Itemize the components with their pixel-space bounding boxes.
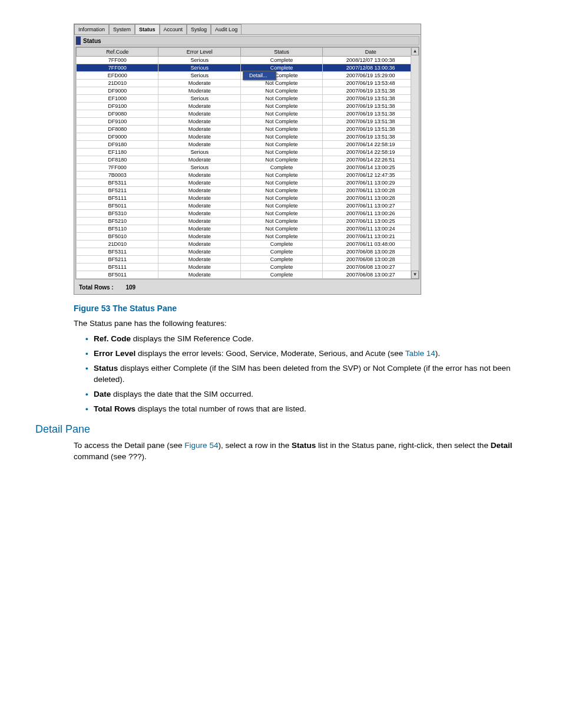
table-row[interactable]: BF5210ModerateNot Complete2007/06/11 13:… [77, 218, 419, 225]
tab-system[interactable]: System [109, 24, 135, 34]
table-cell: EF1000 [77, 95, 158, 103]
table-row[interactable]: BF5111ModerateComplete2007/06/08 13:00:2… [77, 263, 419, 271]
table-cell: Moderate [158, 141, 240, 149]
table-row[interactable]: BF5211ModerateNot Complete2007/06/11 13:… [77, 187, 419, 195]
table-row[interactable]: BF5110ModerateNot Complete2007/06/11 13:… [77, 225, 419, 233]
context-menu[interactable]: Detail... [243, 71, 276, 80]
total-rows-value: 109 [125, 284, 135, 291]
table-row[interactable]: BF5011ModerateNot Complete2007/06/11 13:… [77, 202, 419, 210]
table-cell: 2007/06/11 13:00:26 [323, 210, 419, 218]
table-row[interactable]: 21D010ModerateNot Complete2007/06/19 13:… [77, 80, 419, 87]
table-row[interactable]: 7FF000SeriousComplete2008/12/07 13:00:38 [77, 57, 419, 64]
feature-ref-code: Ref. Code displays the SIM Reference Cod… [85, 334, 515, 345]
table-cell: 7FF000 [77, 64, 158, 72]
total-rows: Total Rows : 109 [74, 281, 421, 294]
table-cell: Not Complete [240, 80, 322, 87]
table-cell: Moderate [158, 118, 240, 126]
table-cell: Moderate [158, 156, 240, 164]
table-cell: BF5111 [77, 263, 158, 271]
table-row[interactable]: BF5111ModerateNot Complete2007/06/11 13:… [77, 195, 419, 202]
status-table-wrap: Ref.CodeError LevelStatusDate 7FF000Seri… [75, 47, 419, 279]
context-menu-detail[interactable]: Detail... [243, 71, 276, 80]
tab-syslog[interactable]: Syslog [187, 24, 211, 34]
table-row[interactable]: DF9080ModerateNot Complete2007/06/19 13:… [77, 110, 419, 118]
pane-header: Status [75, 36, 419, 45]
table-cell: 2007/06/19 13:53:48 [323, 80, 419, 87]
table-cell: DF9100 [77, 118, 158, 126]
scroll-up-icon[interactable]: ▲ [411, 47, 419, 55]
feature-error-level: Error Level displays the error levels: G… [85, 348, 515, 360]
table-cell: Moderate [158, 195, 240, 202]
tab-status[interactable]: Status [135, 24, 160, 34]
table-row[interactable]: DF9100ModerateNot Complete2007/06/19 13:… [77, 103, 419, 110]
table-cell: EF1180 [77, 149, 158, 156]
table-cell: Complete [240, 248, 322, 256]
table-cell: 2007/06/19 13:51:38 [323, 87, 419, 95]
table-row[interactable]: BF5311ModerateComplete2007/06/08 13:00:2… [77, 248, 419, 256]
table-row[interactable]: BF5211ModerateComplete2007/06/08 13:00:2… [77, 256, 419, 263]
table-cell: Complete [240, 57, 322, 64]
table-cell: BF5010 [77, 233, 158, 241]
table-cell: Moderate [158, 172, 240, 179]
table-row[interactable]: BF5310ModerateNot Complete2007/06/11 13:… [77, 210, 419, 218]
column-header[interactable]: Error Level [158, 48, 240, 57]
scroll-down-icon[interactable]: ▼ [411, 271, 419, 279]
tab-account[interactable]: Account [160, 24, 187, 34]
table-cell: 2007/06/19 13:51:38 [323, 95, 419, 103]
table-cell: Moderate [158, 271, 240, 279]
table-cell: BF5011 [77, 271, 158, 279]
column-header[interactable]: Date [323, 48, 419, 57]
table-row[interactable]: DF9000ModerateNot Complete2007/06/19 13:… [77, 133, 419, 141]
table-row[interactable]: BF5311ModerateNot Complete2007/06/11 13:… [77, 179, 419, 187]
table-cell: Not Complete [240, 172, 322, 179]
table-cell: 7FF000 [77, 164, 158, 172]
table-cell: 2008/12/07 13:00:38 [323, 57, 419, 64]
status-pane-screenshot: InformationSystemStatusAccountSyslogAudi… [74, 24, 421, 295]
table-cell: Serious [158, 95, 240, 103]
table-cell: Serious [158, 72, 240, 80]
link-figure-54[interactable]: Figure 54 [184, 441, 218, 450]
link-table-14[interactable]: Table 14 [405, 349, 435, 358]
status-table[interactable]: Ref.CodeError LevelStatusDate 7FF000Seri… [76, 47, 419, 279]
table-cell: Complete [240, 263, 322, 271]
table-cell: 7B0003 [77, 172, 158, 179]
table-row[interactable]: BF5011ModerateComplete2007/06/08 13:00:2… [77, 271, 419, 279]
feature-total-rows: Total Rows displays the total number of … [85, 404, 515, 415]
table-row[interactable]: DF9180ModerateNot Complete2007/06/14 22:… [77, 141, 419, 149]
table-cell: 2007/06/14 22:58:19 [323, 149, 419, 156]
feature-status: Status displays either Complete (if the … [85, 363, 515, 386]
table-row[interactable]: BF5010ModerateNot Complete2007/06/11 13:… [77, 233, 419, 241]
table-cell: 21D010 [77, 241, 158, 248]
table-cell: DF9000 [77, 133, 158, 141]
tab-audit-log[interactable]: Audit Log [211, 24, 242, 34]
table-row[interactable]: EF1000SeriousNot Complete2007/06/19 13:5… [77, 95, 419, 103]
table-cell: Not Complete [240, 195, 322, 202]
table-row[interactable]: DF9100ModerateNot Complete2007/06/19 13:… [77, 118, 419, 126]
table-cell: EFD000 [77, 72, 158, 80]
table-cell: 2007/06/19 13:51:38 [323, 103, 419, 110]
column-header[interactable]: Status [240, 48, 322, 57]
table-cell: Not Complete [240, 141, 322, 149]
column-header[interactable]: Ref.Code [77, 48, 158, 57]
table-cell: Moderate [158, 225, 240, 233]
table-row[interactable]: 21D010ModerateComplete2007/06/11 03:48:0… [77, 241, 419, 248]
table-row[interactable]: 7FF000SeriousComplete2007/06/14 13:00:25 [77, 164, 419, 172]
table-row[interactable]: DF8180ModerateNot Complete2007/06/14 22:… [77, 156, 419, 164]
table-cell: DF9080 [77, 110, 158, 118]
table-cell: 2007/06/11 13:00:29 [323, 179, 419, 187]
table-row[interactable]: DF8080ModerateNot Complete2007/06/19 13:… [77, 126, 419, 133]
table-cell: 2007/06/11 13:00:21 [323, 233, 419, 241]
tab-information[interactable]: Information [74, 24, 109, 34]
table-cell: 2007/06/14 13:00:25 [323, 164, 419, 172]
table-cell: 2007/06/19 13:51:38 [323, 126, 419, 133]
table-cell: Moderate [158, 87, 240, 95]
table-cell: Serious [158, 164, 240, 172]
table-row[interactable]: EF1180SeriousNot Complete2007/06/14 22:5… [77, 149, 419, 156]
table-cell: Moderate [158, 256, 240, 263]
table-cell: Serious [158, 149, 240, 156]
table-row[interactable]: DF9000ModerateNot Complete2007/06/19 13:… [77, 87, 419, 95]
table-cell: Moderate [158, 210, 240, 218]
table-row[interactable]: 7B0003ModerateNot Complete2007/06/12 12:… [77, 172, 419, 179]
vertical-scrollbar[interactable]: ▲ ▼ [411, 47, 419, 279]
table-cell: 2007/06/19 13:51:38 [323, 110, 419, 118]
